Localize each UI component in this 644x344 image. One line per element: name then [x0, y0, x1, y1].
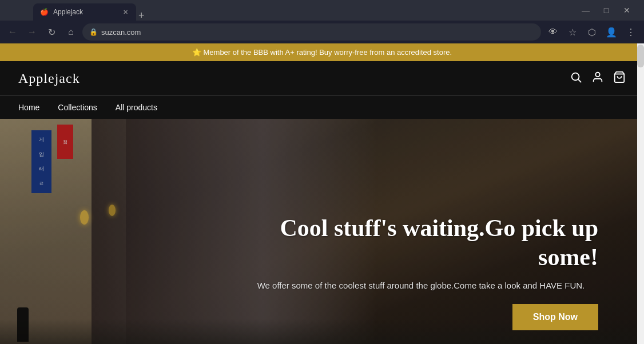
url-input[interactable]	[101, 28, 534, 37]
scroll-thumb[interactable]	[637, 45, 644, 67]
hero-content: Cool stuff's waiting.Go pick up some! We…	[244, 214, 598, 330]
address-bar: 🔒	[82, 23, 541, 41]
scrollbar[interactable]	[637, 43, 644, 344]
security-icon: 🔒	[89, 28, 98, 36]
window-controls: — □ ✕	[578, 2, 635, 18]
nav-collections[interactable]: Collections	[49, 96, 106, 119]
header-icons	[570, 71, 626, 86]
svg-line-1	[578, 79, 581, 82]
reader-mode-button[interactable]: 👁	[544, 23, 562, 41]
browser-nav-bar: ← → ↻ ⌂ 🔒 👁 ☆ ⬡ 👤 ⋮	[0, 21, 644, 43]
browser-window: 🍎 Applejack ✕ + — □ ✕ ← → ↻ ⌂ 🔒 👁 ☆ ⬡ 👤 …	[0, 0, 644, 43]
tab-close-button[interactable]: ✕	[122, 8, 129, 17]
cart-button[interactable]	[613, 71, 626, 86]
hero-headline: Cool stuff's waiting.Go pick up some!	[244, 214, 598, 271]
browser-toolbar-icons: 👁 ☆ ⬡ 👤 ⋮	[544, 23, 639, 41]
svg-point-0	[572, 73, 579, 80]
hero-subtitle: We offer some of the coolest stuff aroun…	[244, 281, 598, 290]
back-button[interactable]: ←	[5, 24, 21, 40]
svg-point-2	[595, 72, 599, 76]
tab-favicon: 🍎	[40, 8, 49, 16]
settings-button[interactable]: ⋮	[622, 23, 639, 41]
close-button[interactable]: ✕	[619, 2, 635, 18]
store-logo: Applejack	[18, 71, 80, 86]
account-button[interactable]	[591, 71, 604, 86]
search-button[interactable]	[570, 71, 582, 86]
bookmark-button[interactable]: ☆	[564, 23, 581, 41]
announcement-icon: ⭐	[192, 48, 201, 57]
profile-button[interactable]: 👤	[603, 23, 620, 41]
browser-tab-active[interactable]: 🍎 Applejack ✕	[33, 3, 136, 21]
maximize-button[interactable]: □	[598, 2, 614, 18]
announcement-bar: ⭐ Member of the BBB with A+ rating! Buy …	[0, 43, 644, 61]
hero-section: 게임래ㄹ 점 Cool stuff's waiting.Go pick up s…	[0, 119, 644, 344]
nav-home[interactable]: Home	[18, 96, 49, 119]
home-button[interactable]: ⌂	[63, 24, 79, 40]
title-bar: 🍎 Applejack ✕ + — □ ✕	[0, 0, 644, 21]
store-header: Applejack	[0, 61, 644, 95]
reload-button[interactable]: ↻	[43, 24, 59, 40]
new-tab-button[interactable]: +	[138, 10, 145, 21]
extensions-button[interactable]: ⬡	[583, 23, 601, 41]
website-content: ⭐ Member of the BBB with A+ rating! Buy …	[0, 43, 644, 344]
minimize-button[interactable]: —	[578, 2, 594, 18]
forward-button[interactable]: →	[24, 24, 40, 40]
shop-now-button[interactable]: Shop Now	[512, 304, 598, 330]
announcement-text: Member of the BBB with A+ rating! Buy wo…	[204, 48, 452, 57]
tab-title: Applejack	[53, 8, 117, 16]
nav-all-products[interactable]: All products	[106, 96, 166, 119]
store-nav: Home Collections All products	[0, 95, 644, 119]
